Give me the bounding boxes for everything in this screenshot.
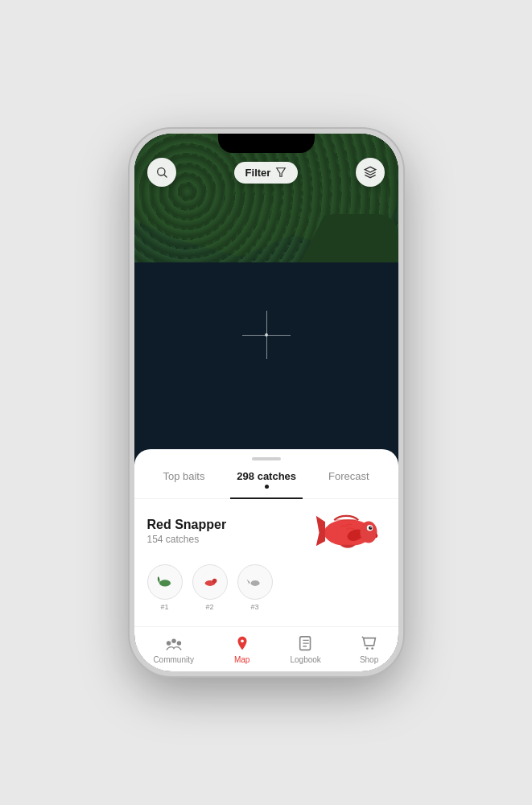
nav-shop[interactable]: Shop <box>353 631 386 667</box>
bait-rank-3: #3 <box>250 603 258 611</box>
bait-rank-2: #2 <box>205 603 213 611</box>
bait-item-1[interactable]: #1 <box>147 564 183 611</box>
active-tab-indicator <box>265 485 269 489</box>
svg-point-9 <box>370 526 372 528</box>
svg-marker-14 <box>246 580 250 584</box>
community-icon <box>164 634 184 654</box>
svg-point-6 <box>360 522 377 543</box>
map-crosshair <box>242 311 291 359</box>
svg-point-13 <box>250 580 259 586</box>
tab-top-baits[interactable]: Top baits <box>156 467 211 492</box>
search-button[interactable] <box>147 158 176 187</box>
map-icon <box>233 634 252 654</box>
nav-shop-label: Shop <box>360 655 378 664</box>
tabs-row: Top baits 298 catches Forecast <box>134 467 398 499</box>
fish-card[interactable]: Red Snapper 154 catches <box>134 499 398 559</box>
fish-name: Red Snapper <box>147 518 227 532</box>
svg-rect-17 <box>176 641 181 646</box>
map-area[interactable]: Filter Regulatio <box>134 134 398 504</box>
nav-map[interactable]: Map <box>226 631 258 667</box>
filter-label: Filter <box>245 167 271 179</box>
nav-community-label: Community <box>153 655 194 664</box>
crosshair-dot <box>265 333 268 336</box>
bait-item-2[interactable]: #2 <box>192 564 228 611</box>
layers-button[interactable] <box>356 158 385 187</box>
filter-button[interactable]: Filter <box>234 162 299 184</box>
bottom-nav: Community Map <box>134 626 398 671</box>
fish-svg <box>313 509 386 553</box>
svg-point-18 <box>241 640 244 643</box>
bait-circle-1 <box>147 564 183 600</box>
nav-logbook[interactable]: Logbook <box>283 631 327 667</box>
layers-icon <box>364 166 377 179</box>
bait-image-2 <box>199 571 221 593</box>
nav-community[interactable]: Community <box>146 631 200 667</box>
map-background <box>134 134 398 504</box>
nav-map-label: Map <box>234 655 250 664</box>
bait-row: #1 #2 <box>134 559 398 616</box>
bottom-sheet: Top baits 298 catches Forecast Red Snapp… <box>134 449 398 626</box>
bait-rank-1: #1 <box>160 603 168 611</box>
sheet-handle <box>252 457 281 460</box>
fish-catches: 154 catches <box>147 534 227 545</box>
svg-marker-4 <box>315 516 324 547</box>
bait-circle-2 <box>192 564 228 600</box>
phone-frame: Filter Regulatio <box>130 129 403 676</box>
phone-wrapper: Filter Regulatio <box>130 129 403 676</box>
phone-screen: Filter Regulatio <box>134 134 398 671</box>
bait-circle-3 <box>237 564 273 600</box>
svg-point-8 <box>369 526 373 530</box>
phone-notch <box>218 134 315 153</box>
bait-image-1 <box>154 571 176 593</box>
svg-point-12 <box>212 579 217 584</box>
tab-catches[interactable]: 298 catches <box>230 467 303 492</box>
svg-point-10 <box>159 580 171 586</box>
shop-icon <box>360 634 379 654</box>
fish-image <box>313 509 386 553</box>
logbook-icon <box>296 634 315 654</box>
svg-marker-1 <box>277 168 286 177</box>
nav-logbook-label: Logbook <box>290 655 320 664</box>
svg-rect-15 <box>166 641 171 646</box>
bait-item-3[interactable]: #3 <box>237 564 273 611</box>
svg-rect-16 <box>171 639 176 644</box>
svg-point-20 <box>365 647 368 650</box>
tab-forecast[interactable]: Forecast <box>322 467 376 492</box>
map-controls: Filter <box>134 158 398 187</box>
bait-image-3 <box>244 571 266 593</box>
filter-icon <box>275 167 287 178</box>
fish-info: Red Snapper 154 catches <box>147 518 227 545</box>
svg-point-21 <box>371 647 373 650</box>
search-icon <box>155 166 168 179</box>
